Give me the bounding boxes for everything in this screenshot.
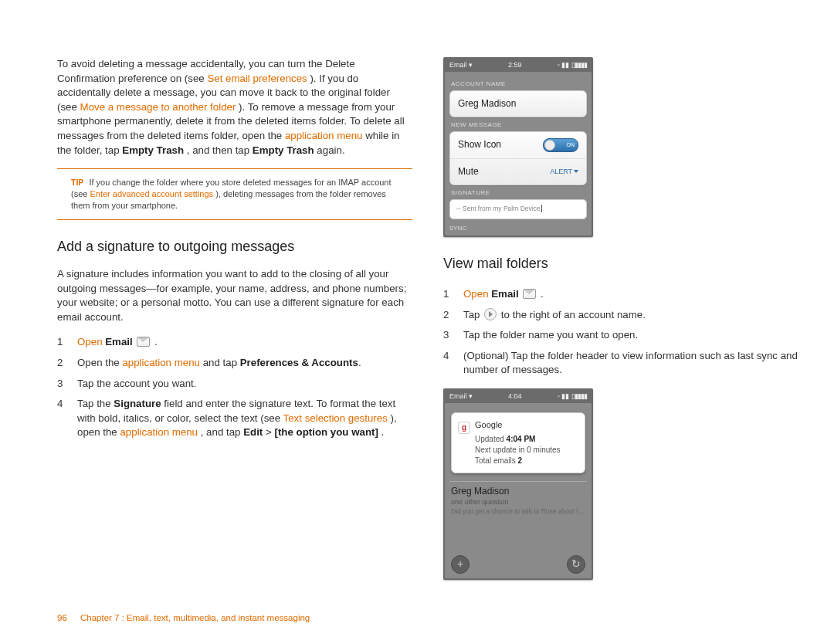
step-text: Tap the account you want. (77, 374, 412, 395)
ph-section-newmsg: NEW MESSAGE (451, 120, 585, 129)
step-text: Tap the Signature field and enter the si… (77, 394, 412, 443)
screenshot-prefs: Email▾ 2:59 ◦ ▮▮ ▯▮▮▮▮ ACCOUNT NAME Greg… (443, 57, 593, 237)
email-icon (137, 337, 150, 347)
ph-alert: ALERT (550, 167, 578, 177)
mail-preview: Did you get a chance to talk to Rose abo… (451, 507, 585, 517)
expand-icon (484, 308, 497, 320)
step-text: Open Email . (463, 284, 798, 305)
step-text: Tap to the right of an account name. (463, 305, 798, 326)
mail-time: 2:42 PM (559, 485, 585, 498)
signature-bold: Signature (114, 398, 161, 409)
chapter-label: Chapter 7 : Email, text, multimedia, and… (80, 613, 310, 622)
signature-steps: 1 Open Email . 2 Open the application me… (57, 332, 412, 443)
edit-bold: Edit (243, 426, 263, 438)
option-bold: [the option you want] (274, 426, 378, 438)
heading-add-signature: Add a signature to outgoing messages (57, 237, 412, 256)
step-text: Tap the folder name you want to open. (463, 325, 798, 346)
email-bold: Email (491, 288, 518, 300)
ph-section-signature: SIGNATURE (451, 188, 585, 197)
step-number: 1 (443, 284, 463, 305)
step-number: 2 (443, 305, 463, 326)
status-icons: ◦ ▮▮ ▯▮▮▮▮ (558, 391, 587, 402)
step-number: 2 (57, 353, 77, 374)
step-text: Open Email . (77, 332, 412, 353)
intro-text: , and then tap (187, 144, 253, 156)
link-set-email-prefs[interactable]: Set email preferences (207, 73, 307, 84)
folder-popup: gGoogle Updated 4:04 PM Next update in 0… (451, 412, 585, 473)
ph-app: Email (449, 60, 467, 70)
ph-signature-field: -- Sent from my Palm Device (449, 199, 587, 219)
mail-row: Greg Madison2:42 PM one other question D… (449, 481, 587, 520)
popup-next: Next update in 0 minutes (475, 445, 578, 456)
link-application-menu[interactable]: application menu (285, 130, 363, 141)
ph-section-account: ACCOUNT NAME (451, 80, 585, 88)
link-text-selection[interactable]: Text selection gestures (283, 412, 388, 424)
mail-subject: one other question (451, 497, 585, 507)
page-number: 96 (57, 613, 67, 622)
popup-title: Google (475, 420, 502, 429)
step-text: (Optional) Tap the folder header to view… (463, 346, 798, 381)
step-number: 4 (57, 394, 77, 443)
empty-trash-bold: Empty Trash (122, 144, 184, 156)
link-open[interactable]: Open (77, 336, 103, 347)
screenshot-folders: Email▾ 4:04 ◦ ▮▮ ▯▮▮▮▮ gGoogle Updated 4… (443, 388, 593, 580)
step-number: 3 (443, 325, 463, 346)
step-tail: . (151, 336, 157, 347)
refresh-icon: ↻ (567, 555, 585, 574)
ph-mute: Mute (458, 165, 479, 178)
link-open[interactable]: Open (463, 288, 489, 300)
ph-show-icon: Show Icon (458, 138, 501, 151)
step-number: 4 (443, 346, 463, 381)
link-application-menu[interactable]: application menu (122, 357, 200, 368)
prefs-bold: Preferences & Accounts (240, 357, 358, 368)
link-application-menu[interactable]: application menu (120, 426, 198, 438)
email-bold: Email (105, 336, 132, 347)
ph-app: Email (449, 391, 467, 402)
step-number: 1 (57, 332, 77, 353)
link-advanced-settings[interactable]: Enter advanced account settings (90, 189, 213, 198)
intro-text: again. (317, 144, 344, 156)
ph-time: 4:04 (473, 391, 558, 402)
toggle-on: ON (543, 138, 578, 152)
step-text: Open the application menu and tap Prefer… (77, 353, 412, 374)
tip-label: TIP (71, 178, 83, 187)
ph-time: 2:59 (473, 60, 558, 70)
ph-sync: SYNC (449, 224, 587, 232)
heading-view-folders: View mail folders (443, 254, 798, 273)
compose-icon: + (451, 555, 470, 574)
intro-paragraph: To avoid deleting a message accidentally… (57, 57, 412, 158)
ph-account-name: Greg Madison (450, 91, 586, 117)
page-footer: 96 Chapter 7 : Email, text, multimedia, … (57, 612, 310, 624)
mail-sender: Greg Madison (451, 485, 509, 498)
step-number: 3 (57, 374, 77, 395)
signature-intro: A signature includes information you wan… (57, 267, 412, 324)
tip-box: TIP If you change the folder where you s… (57, 168, 412, 220)
status-icons: ◦ ▮▮ ▯▮▮▮▮ (558, 60, 587, 70)
email-icon (523, 289, 536, 299)
empty-trash-bold: Empty Trash (253, 144, 314, 156)
google-icon: g (458, 422, 470, 434)
link-move-message[interactable]: Move a message to another folder (80, 101, 236, 113)
view-folders-steps: 1 Open Email . 2 Tap to the right of an … (443, 284, 798, 381)
